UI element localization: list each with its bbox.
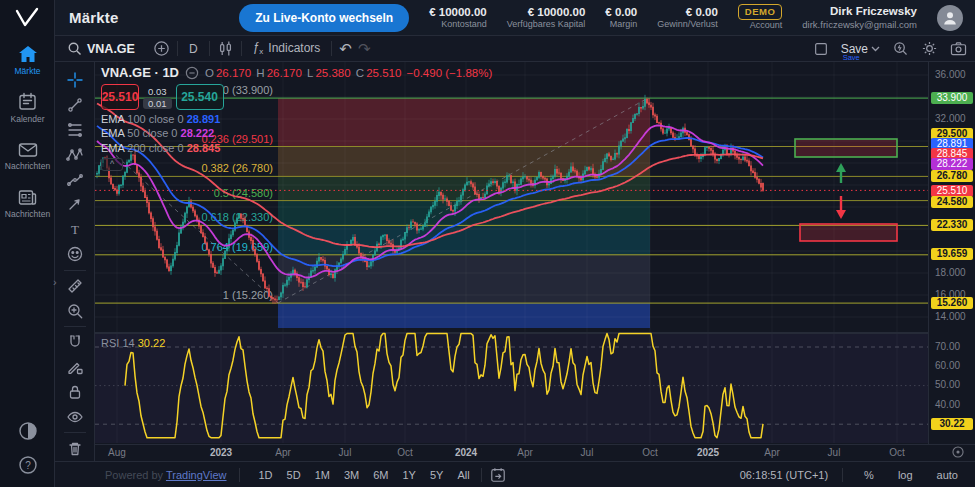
forecast-tool-icon[interactable] bbox=[61, 167, 89, 192]
stat-label: Verfügbares Kapital bbox=[507, 19, 586, 30]
panel-expand-chevron[interactable]: › bbox=[53, 276, 57, 288]
hide-drawings-tool-icon[interactable] bbox=[61, 404, 89, 429]
rsi-legend: RSI 14 30.22 bbox=[101, 337, 165, 349]
percent-scale-button[interactable]: % bbox=[857, 467, 881, 483]
app-sidebar: Märkte Kalender Nachrichten Nachrichten … bbox=[0, 36, 55, 487]
change-readout: −0.490 (−1.88%) bbox=[407, 67, 493, 79]
stat-verfuegbares-kapital: € 10000.00 Verfügbares Kapital bbox=[507, 5, 586, 31]
ohlc-readout: O26.170 H26.170 L25.380 C25.510 −0.490 (… bbox=[205, 67, 494, 79]
time-axis-label: Apr bbox=[764, 447, 780, 458]
sidebar-item-kalender[interactable]: Kalender bbox=[0, 84, 55, 132]
stat-value: € 10000.00 bbox=[528, 5, 586, 19]
time-axis-label: Jul bbox=[339, 447, 352, 458]
add-symbol-icon[interactable] bbox=[153, 40, 170, 57]
fib-band bbox=[278, 255, 650, 303]
timeframe-button[interactable]: D bbox=[185, 40, 202, 58]
toolbar-separator bbox=[64, 326, 86, 327]
indicators-button[interactable]: ƒx Indicators bbox=[249, 38, 325, 58]
lock-drawings-tool-icon[interactable] bbox=[61, 380, 89, 405]
stat-account-type: DEMO Account bbox=[738, 4, 783, 31]
magnet-tool-icon[interactable] bbox=[61, 330, 89, 355]
emoji-tool-icon[interactable] bbox=[61, 242, 89, 267]
trading-app-window: Märkte Zu Live-Konto wechseln € 10000.00… bbox=[0, 0, 975, 487]
avatar[interactable] bbox=[937, 5, 963, 31]
fullscreen-icon[interactable] bbox=[813, 41, 829, 57]
time-axis-label: Oct bbox=[889, 447, 905, 458]
switch-to-live-account-button[interactable]: Zu Live-Konto wechseln bbox=[239, 4, 409, 32]
user-name: Dirk Friczewsky bbox=[830, 4, 917, 19]
trend-line-tool-icon[interactable] bbox=[61, 93, 89, 118]
time-axis-label: Apr bbox=[517, 447, 533, 458]
sidebar-item-label: Märkte bbox=[15, 66, 41, 76]
legend-symbol-title: VNA.GE · 1D bbox=[101, 65, 179, 80]
range-button-1m[interactable]: 1M bbox=[308, 467, 337, 483]
time-axis[interactable]: Aug2023AprJulOct2024AprJulOct2025AprJulO… bbox=[95, 444, 975, 461]
chart-style-candles-icon[interactable] bbox=[217, 40, 234, 57]
time-axis-label: 2024 bbox=[455, 447, 477, 458]
xabcd-pattern-tool-icon[interactable] bbox=[61, 142, 89, 167]
quick-search-icon[interactable] bbox=[892, 40, 909, 57]
stay-in-drawing-mode-tool-icon[interactable] bbox=[61, 355, 89, 380]
price-axis-badge: 22.330 bbox=[931, 219, 973, 231]
camera-snapshot-icon[interactable] bbox=[950, 41, 967, 56]
range-button-5y[interactable]: 5Y bbox=[423, 467, 450, 483]
zoom-in-tool-icon[interactable] bbox=[61, 298, 89, 323]
text-tool-icon[interactable]: T bbox=[61, 217, 89, 242]
log-scale-button[interactable]: log bbox=[891, 467, 920, 483]
sidebar-item-maerkte[interactable]: Märkte bbox=[0, 36, 55, 84]
user-info[interactable]: Dirk Friczewsky dirk.friczewsky@gmail.co… bbox=[802, 4, 917, 31]
help-icon[interactable]: ? bbox=[18, 455, 38, 475]
tradingview-link[interactable]: TradingView bbox=[166, 469, 227, 481]
crosshair-tool-icon[interactable] bbox=[61, 68, 89, 93]
price-axis-badge: 33.900 bbox=[931, 92, 973, 104]
time-axis-label: Apr bbox=[275, 447, 291, 458]
toolbar-separator bbox=[64, 432, 86, 433]
redo-icon[interactable]: ↷ bbox=[358, 40, 371, 58]
save-button[interactable]: Save Save bbox=[841, 42, 880, 56]
spread-value-bottom: 0.01 bbox=[143, 98, 172, 109]
legend-collapse-button[interactable]: ^ bbox=[101, 158, 123, 171]
chart-bottom-bar: Powered by TradingView 1D 5D 1M 3M 6M 1Y… bbox=[55, 461, 975, 487]
sell-bid-button[interactable]: 25.510 bbox=[101, 84, 139, 110]
auto-scale-button[interactable]: auto bbox=[930, 467, 965, 483]
symbol-search-button[interactable]: VNA.GE bbox=[63, 39, 139, 58]
demo-account-badge: DEMO bbox=[738, 4, 783, 20]
settings-gear-icon[interactable] bbox=[921, 40, 938, 57]
range-button-all[interactable]: All bbox=[450, 467, 476, 483]
range-button-1d[interactable]: 1D bbox=[252, 467, 280, 483]
spread-value-top: 0.03 bbox=[148, 86, 167, 97]
axis-settings-gear-icon[interactable] bbox=[951, 445, 965, 459]
range-button-6m[interactable]: 6M bbox=[366, 467, 395, 483]
buy-ask-button[interactable]: 25.540 bbox=[176, 84, 224, 110]
range-button-1y[interactable]: 1Y bbox=[395, 467, 422, 483]
ruler-tool-icon[interactable] bbox=[61, 273, 89, 298]
stat-label: Margin bbox=[610, 19, 638, 30]
price-axis-badge: 30.22 bbox=[931, 418, 973, 430]
price-axis-badge: 24.580 bbox=[931, 196, 973, 208]
sidebar-item-nachrichten-news[interactable]: Nachrichten bbox=[0, 180, 55, 228]
toolbar-separator bbox=[177, 41, 178, 56]
arrow-marker-tool-icon[interactable] bbox=[61, 192, 89, 217]
price-axis[interactable]: 36.00033.90032.00029.50028.89128.84528.2… bbox=[928, 62, 975, 444]
sidebar-item-label: Kalender bbox=[10, 114, 44, 124]
ema-legend-row: EMA 200 close 0 28.845 bbox=[101, 142, 494, 154]
sidebar-item-nachrichten-mail[interactable]: Nachrichten bbox=[0, 132, 55, 180]
undo-icon[interactable]: ↶ bbox=[339, 40, 352, 58]
go-to-date-icon[interactable] bbox=[490, 467, 506, 483]
price-axis-label: 14.000 bbox=[935, 311, 966, 323]
rsi-pane-background bbox=[95, 333, 928, 443]
clock-readout: 06:18:51 (UTC+1) bbox=[740, 469, 828, 481]
brand-logo[interactable] bbox=[0, 0, 55, 36]
chevron-down-icon bbox=[871, 46, 880, 52]
fib-retracement-tool-icon[interactable] bbox=[61, 118, 89, 143]
remove-drawings-trash-tool-icon[interactable] bbox=[61, 436, 89, 461]
person-icon bbox=[941, 9, 959, 27]
annotation-box bbox=[795, 139, 897, 157]
fib-level-label: 0.5 (24.580) bbox=[214, 187, 273, 199]
hide-indicator-icon[interactable] bbox=[185, 66, 199, 80]
range-button-5d[interactable]: 5D bbox=[280, 467, 308, 483]
fx-icon: ƒx bbox=[253, 40, 264, 56]
theme-contrast-icon[interactable] bbox=[18, 421, 38, 441]
time-axis-label: Jul bbox=[828, 447, 841, 458]
range-button-3m[interactable]: 3M bbox=[337, 467, 366, 483]
